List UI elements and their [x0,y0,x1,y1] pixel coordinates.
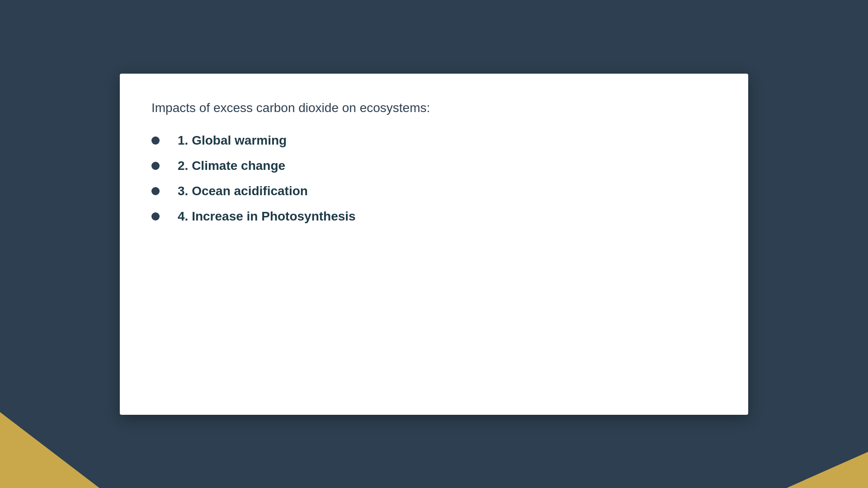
bullet-text-4: 4. Increase in Photosynthesis [178,209,356,224]
list-item: 3. Ocean acidification [151,184,717,198]
bullet-text-1: 1. Global warming [178,133,287,148]
list-item: 1. Global warming [151,133,717,148]
list-item: 4. Increase in Photosynthesis [151,209,717,224]
slide-container: Impacts of excess carbon dioxide on ecos… [120,74,748,415]
bullet-dot-icon [151,162,160,170]
list-item: 2. Climate change [151,159,717,173]
bullet-text-3: 3. Ocean acidification [178,184,308,198]
bullet-dot-icon [151,212,160,221]
slide-title: Impacts of excess carbon dioxide on ecos… [151,101,717,115]
bullet-dot-icon [151,136,160,145]
bullet-text-2: 2. Climate change [178,159,285,173]
bullet-dot-icon [151,187,160,195]
bullet-list: 1. Global warming2. Climate change3. Oce… [151,133,717,224]
